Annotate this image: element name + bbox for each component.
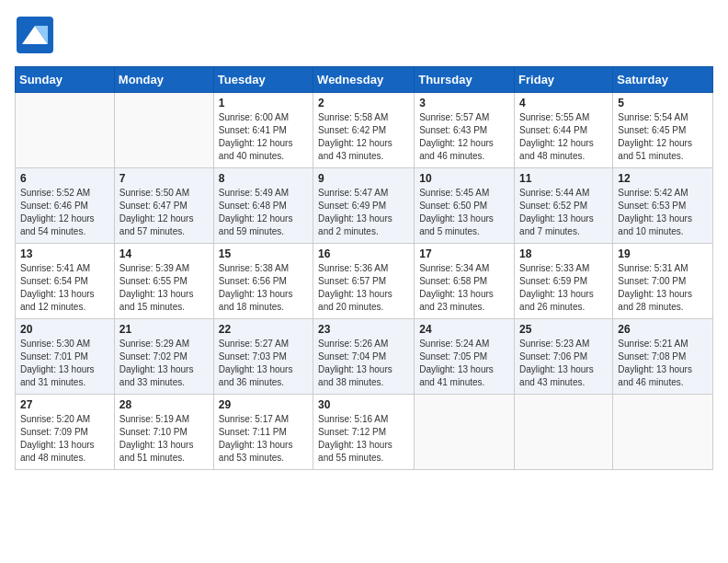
day-info: Sunrise: 6:00 AM Sunset: 6:41 PM Dayligh… — [219, 111, 308, 163]
day-info: Sunrise: 5:45 AM Sunset: 6:50 PM Dayligh… — [419, 187, 509, 238]
day-info: Sunrise: 5:27 AM Sunset: 7:03 PM Dayligh… — [219, 338, 308, 389]
calendar-cell: 23Sunrise: 5:26 AM Sunset: 7:04 PM Dayli… — [313, 319, 415, 395]
day-info: Sunrise: 5:33 AM Sunset: 6:59 PM Dayligh… — [519, 262, 608, 314]
calendar-cell — [613, 395, 713, 470]
calendar-cell — [415, 395, 515, 470]
calendar-cell — [515, 395, 613, 470]
day-number: 22 — [219, 323, 308, 336]
weekday-header-monday: Monday — [114, 67, 213, 93]
day-info: Sunrise: 5:26 AM Sunset: 7:04 PM Dayligh… — [318, 338, 409, 389]
calendar-cell: 20Sunrise: 5:30 AM Sunset: 7:01 PM Dayli… — [16, 319, 115, 395]
calendar-cell: 24Sunrise: 5:24 AM Sunset: 7:05 PM Dayli… — [415, 319, 515, 395]
day-info: Sunrise: 5:29 AM Sunset: 7:02 PM Dayligh… — [119, 338, 209, 389]
calendar-cell: 18Sunrise: 5:33 AM Sunset: 6:59 PM Dayli… — [515, 244, 613, 319]
day-number: 1 — [219, 97, 308, 109]
calendar-week-row: 13Sunrise: 5:41 AM Sunset: 6:54 PM Dayli… — [16, 244, 713, 319]
calendar-week-row: 27Sunrise: 5:20 AM Sunset: 7:09 PM Dayli… — [16, 395, 713, 470]
calendar-cell: 13Sunrise: 5:41 AM Sunset: 6:54 PM Dayli… — [16, 244, 115, 319]
day-info: Sunrise: 5:50 AM Sunset: 6:47 PM Dayligh… — [119, 187, 209, 238]
day-number: 28 — [119, 398, 209, 411]
calendar-cell: 10Sunrise: 5:45 AM Sunset: 6:50 PM Dayli… — [415, 168, 515, 244]
day-info: Sunrise: 5:44 AM Sunset: 6:52 PM Dayligh… — [519, 187, 608, 238]
day-info: Sunrise: 5:30 AM Sunset: 7:01 PM Dayligh… — [20, 338, 109, 389]
calendar-cell: 1Sunrise: 6:00 AM Sunset: 6:41 PM Daylig… — [213, 93, 313, 168]
day-number: 11 — [519, 172, 608, 185]
day-number: 9 — [318, 172, 409, 185]
calendar-table: SundayMondayTuesdayWednesdayThursdayFrid… — [15, 66, 713, 470]
weekday-header-row: SundayMondayTuesdayWednesdayThursdayFrid… — [16, 67, 713, 93]
calendar-cell: 2Sunrise: 5:58 AM Sunset: 6:42 PM Daylig… — [313, 93, 415, 168]
day-number: 7 — [119, 172, 209, 185]
calendar-cell — [16, 93, 115, 168]
day-info: Sunrise: 5:39 AM Sunset: 6:55 PM Dayligh… — [119, 262, 209, 314]
calendar-cell: 11Sunrise: 5:44 AM Sunset: 6:52 PM Dayli… — [515, 168, 613, 244]
calendar-cell: 8Sunrise: 5:49 AM Sunset: 6:48 PM Daylig… — [213, 168, 313, 244]
calendar-week-row: 20Sunrise: 5:30 AM Sunset: 7:01 PM Dayli… — [16, 319, 713, 395]
day-info: Sunrise: 5:16 AM Sunset: 7:12 PM Dayligh… — [318, 413, 409, 465]
day-number: 21 — [119, 323, 209, 336]
day-info: Sunrise: 5:36 AM Sunset: 6:57 PM Dayligh… — [318, 262, 409, 314]
calendar-cell: 7Sunrise: 5:50 AM Sunset: 6:47 PM Daylig… — [114, 168, 213, 244]
day-number: 2 — [318, 97, 409, 109]
calendar-cell — [114, 93, 213, 168]
day-info: Sunrise: 5:19 AM Sunset: 7:10 PM Dayligh… — [119, 413, 209, 465]
day-number: 25 — [519, 323, 608, 336]
day-number: 3 — [419, 97, 509, 109]
day-info: Sunrise: 5:31 AM Sunset: 7:00 PM Dayligh… — [618, 262, 708, 314]
day-number: 6 — [20, 172, 109, 185]
day-info: Sunrise: 5:34 AM Sunset: 6:58 PM Dayligh… — [419, 262, 509, 314]
day-number: 29 — [219, 398, 308, 411]
calendar-cell: 27Sunrise: 5:20 AM Sunset: 7:09 PM Dayli… — [16, 395, 115, 470]
day-number: 8 — [219, 172, 308, 185]
day-number: 19 — [618, 247, 708, 260]
calendar-cell: 16Sunrise: 5:36 AM Sunset: 6:57 PM Dayli… — [313, 244, 415, 319]
day-number: 18 — [519, 247, 608, 260]
weekday-header-thursday: Thursday — [415, 67, 515, 93]
calendar-week-row: 1Sunrise: 6:00 AM Sunset: 6:41 PM Daylig… — [16, 93, 713, 168]
day-number: 26 — [618, 323, 708, 336]
weekday-header-saturday: Saturday — [613, 67, 713, 93]
calendar-cell: 6Sunrise: 5:52 AM Sunset: 6:46 PM Daylig… — [16, 168, 115, 244]
day-number: 13 — [20, 247, 109, 260]
day-number: 20 — [20, 323, 109, 336]
weekday-header-sunday: Sunday — [16, 67, 115, 93]
day-number: 5 — [618, 97, 708, 109]
day-info: Sunrise: 5:58 AM Sunset: 6:42 PM Dayligh… — [318, 111, 409, 163]
day-info: Sunrise: 5:47 AM Sunset: 6:49 PM Dayligh… — [318, 187, 409, 238]
day-info: Sunrise: 5:38 AM Sunset: 6:56 PM Dayligh… — [219, 262, 308, 314]
day-number: 14 — [119, 247, 209, 260]
weekday-header-tuesday: Tuesday — [213, 67, 313, 93]
day-number: 15 — [219, 247, 308, 260]
calendar-cell: 14Sunrise: 5:39 AM Sunset: 6:55 PM Dayli… — [114, 244, 213, 319]
weekday-header-friday: Friday — [515, 67, 613, 93]
day-number: 16 — [318, 247, 409, 260]
calendar-cell: 3Sunrise: 5:57 AM Sunset: 6:43 PM Daylig… — [415, 93, 515, 168]
day-info: Sunrise: 5:17 AM Sunset: 7:11 PM Dayligh… — [219, 413, 308, 465]
calendar-cell: 4Sunrise: 5:55 AM Sunset: 6:44 PM Daylig… — [515, 93, 613, 168]
calendar-cell: 5Sunrise: 5:54 AM Sunset: 6:45 PM Daylig… — [613, 93, 713, 168]
calendar-cell: 19Sunrise: 5:31 AM Sunset: 7:00 PM Dayli… — [613, 244, 713, 319]
logo — [15, 15, 59, 55]
logo-icon — [15, 15, 55, 55]
day-number: 17 — [419, 247, 509, 260]
day-info: Sunrise: 5:54 AM Sunset: 6:45 PM Dayligh… — [618, 111, 708, 163]
calendar-cell: 25Sunrise: 5:23 AM Sunset: 7:06 PM Dayli… — [515, 319, 613, 395]
day-info: Sunrise: 5:24 AM Sunset: 7:05 PM Dayligh… — [419, 338, 509, 389]
calendar-page: SundayMondayTuesdayWednesdayThursdayFrid… — [0, 0, 728, 479]
day-number: 4 — [519, 97, 608, 109]
calendar-cell: 17Sunrise: 5:34 AM Sunset: 6:58 PM Dayli… — [415, 244, 515, 319]
page-header — [15, 15, 713, 55]
day-info: Sunrise: 5:49 AM Sunset: 6:48 PM Dayligh… — [219, 187, 308, 238]
calendar-cell: 30Sunrise: 5:16 AM Sunset: 7:12 PM Dayli… — [313, 395, 415, 470]
calendar-cell: 29Sunrise: 5:17 AM Sunset: 7:11 PM Dayli… — [213, 395, 313, 470]
day-info: Sunrise: 5:41 AM Sunset: 6:54 PM Dayligh… — [20, 262, 109, 314]
day-info: Sunrise: 5:20 AM Sunset: 7:09 PM Dayligh… — [20, 413, 109, 465]
calendar-cell: 21Sunrise: 5:29 AM Sunset: 7:02 PM Dayli… — [114, 319, 213, 395]
day-info: Sunrise: 5:52 AM Sunset: 6:46 PM Dayligh… — [20, 187, 109, 238]
day-number: 27 — [20, 398, 109, 411]
calendar-cell: 9Sunrise: 5:47 AM Sunset: 6:49 PM Daylig… — [313, 168, 415, 244]
weekday-header-wednesday: Wednesday — [313, 67, 415, 93]
day-info: Sunrise: 5:21 AM Sunset: 7:08 PM Dayligh… — [618, 338, 708, 389]
day-number: 23 — [318, 323, 409, 336]
calendar-cell: 12Sunrise: 5:42 AM Sunset: 6:53 PM Dayli… — [613, 168, 713, 244]
